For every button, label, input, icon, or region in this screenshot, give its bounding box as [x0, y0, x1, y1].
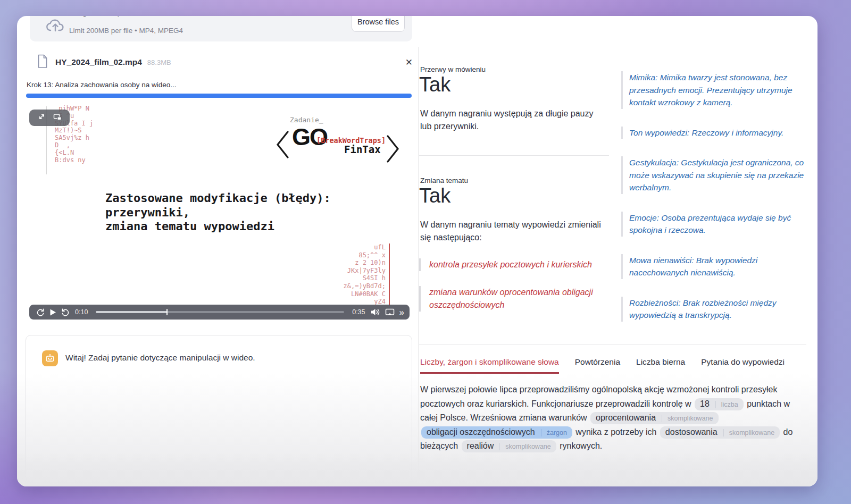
uploaded-file-row: HY_2024_film_02.mp4 88.3MB ✕ [37, 53, 413, 71]
video-overlay-controls[interactable] [29, 110, 70, 126]
observation-quote: Ton wypowiedzi: Rzeczowy i informacyjny. [621, 127, 812, 139]
highlight-word: 18 [700, 399, 710, 408]
headline-line: Zastosowane modyfikacje (błędy): [105, 191, 331, 206]
observation-quote: Mowa nienawiści: Brak wypowiedzi nacecho… [621, 254, 812, 279]
section-divider [419, 155, 609, 156]
noise-line: JKx|7yF3ly [344, 267, 386, 275]
logo-left-bracket-icon [275, 130, 290, 162]
section-description-topic-change: W danym nagraniu tematy wypowiedzi zmien… [420, 219, 603, 244]
video-control-bar: 0:10 0:35 » [29, 305, 410, 320]
highlight-word: obligacji oszczędnościowych [427, 427, 535, 436]
logo-right-bracket-icon [386, 134, 401, 166]
desktop-background: Drag and drop file here Limit 200MB per … [0, 0, 851, 504]
tab-powt-rzenia[interactable]: Powtórzenia [575, 357, 620, 374]
highlight-skomplikowane: dostosowaniaskomplikowane [660, 426, 780, 439]
highlight-category: skomplikowane [499, 443, 550, 450]
file-icon [37, 54, 48, 71]
fullscreen-icon[interactable] [38, 113, 46, 123]
noise-line: ufL [344, 243, 386, 251]
noise-line: S4SI h [344, 274, 386, 282]
section-label-pauses: Przerwy w mówieniu [420, 65, 486, 73]
noise-line: MzT!)~S [55, 127, 93, 135]
highlight-liczba: 18liczba [695, 398, 744, 410]
noise-line: LN#0BAK C [344, 290, 386, 298]
volume-icon[interactable] [370, 308, 380, 316]
progress-bar [26, 94, 412, 98]
cast-screen-icon[interactable] [385, 308, 395, 316]
rewind-15-icon[interactable] [36, 308, 45, 317]
topic-quotes: kontrola przesyłek pocztowych i kuriersk… [419, 258, 616, 326]
app-window: Drag and drop file here Limit 200MB per … [17, 16, 817, 486]
play-icon[interactable] [49, 308, 56, 316]
highlight-word: realiów [467, 441, 494, 450]
highlight-word: dostosowania [665, 427, 717, 436]
topic-quote: zmiana warunków oprocentowania obligacji… [419, 286, 616, 312]
dropzone-limit-text: Limit 200MB per file • MP4, MPEG4 [69, 27, 183, 35]
slide-task-label: Zadanie_ [290, 116, 323, 124]
assistant-avatar [42, 350, 58, 366]
remove-file-icon[interactable]: ✕ [405, 57, 413, 68]
slide-headline: Zastosowane modyfikacje (błędy):przerywn… [105, 191, 331, 234]
noise-line: 85;^^ x [344, 251, 386, 259]
playback-speed-icon[interactable]: » [399, 308, 403, 317]
topic-quote: kontrola przesyłek pocztowych i kuriersk… [419, 258, 616, 271]
section-value-topic-change: Tak [419, 184, 450, 207]
video-progress-played [96, 311, 167, 313]
analysis-tabs: Liczby, żargon i skomplikowane słowaPowt… [420, 357, 785, 374]
headline-line: przerywniki, [105, 206, 331, 220]
chat-welcome-message: Witaj! Zadaj pytanie dotyczące manipulac… [65, 353, 255, 363]
seek-handle[interactable] [166, 309, 168, 315]
transcript-text: W pierwszej połowie lipca przeprowadzili… [420, 383, 802, 453]
current-time: 0:10 [75, 308, 88, 316]
noise-line: z&,=)yBd7d; [344, 282, 386, 290]
chat-panel[interactable]: Witaj! Zadaj pytanie dotyczące manipulac… [26, 335, 412, 483]
observation-quote: Rozbieżności: Brak rozbieżności między w… [621, 297, 812, 322]
logo-fintax-text: FinTax [344, 144, 381, 155]
upload-cloud-icon [45, 18, 66, 36]
tab-pytania-do-wypowiedzi[interactable]: Pytania do wypowiedzi [701, 357, 785, 374]
picture-in-picture-icon[interactable] [53, 113, 62, 123]
column-divider [418, 47, 419, 472]
highlight-category: żargon [541, 429, 567, 436]
duration: 0:35 [352, 308, 365, 316]
observation-quote: Gestykulacja: Gestykulacja jest ogranicz… [621, 156, 812, 194]
tab-liczba-bierna[interactable]: Liczba bierna [636, 357, 685, 374]
noise-line: SA5vj%z h [55, 135, 93, 142]
section-description-pauses: W danym nagraniu występują za długie pau… [420, 107, 599, 133]
highlight-category: liczba [715, 401, 738, 408]
behavior-observations: Mimika: Mimika twarzy jest stonowana, be… [621, 71, 812, 322]
seek-bar[interactable] [96, 311, 344, 313]
section-value-pauses: Tak [419, 73, 450, 96]
section-label-topic-change: Zmiana tematu [420, 177, 468, 184]
video-player: pihW*P N G ^uSYUlfa I jMzT!)~SSA5vj%z hD… [26, 101, 412, 324]
progress-status-text: Krok 13: Analiza zachowania osoby na wid… [27, 81, 176, 89]
noise-line: B:dvs ny [55, 157, 93, 164]
highlight-word: oprocentowania [596, 413, 656, 422]
observation-quote: Mimika: Mimika twarzy jest stonowana, be… [621, 71, 812, 109]
browse-files-button[interactable]: Browse files [352, 16, 405, 32]
file-dropzone[interactable]: Drag and drop file here Limit 200MB per … [30, 16, 412, 41]
file-name: HY_2024_film_02.mp4 [55, 57, 142, 67]
dropzone-hint: Drag and drop file here [69, 16, 154, 17]
file-size: 88.3MB [147, 58, 171, 66]
highlight-skomplikowane: oprocentowaniaskomplikowane [590, 412, 718, 424]
highlight-category: skomplikowane [662, 415, 713, 422]
highlight-skomplikowane: realiówskomplikowane [462, 440, 556, 452]
forward-15-icon[interactable] [61, 308, 70, 317]
tab-liczby-argon-i-skomplikowane-s-owa[interactable]: Liczby, żargon i skomplikowane słowa [420, 357, 559, 374]
noise-line: z 2 10)n [344, 259, 386, 267]
slide-noise-text-bottom: ufL85;^^ xz 2 10)nJKx|7yF3lyS4SI hz&,=)y… [344, 243, 390, 306]
noise-line: D , [55, 142, 93, 149]
highlight-żargon: obligacji oszczędnościowychżargon [421, 426, 572, 439]
headline-line: zmiana tematu wypowiedzi [105, 220, 331, 234]
highlight-category: skomplikowane [723, 429, 774, 436]
noise-line: {<L.N [55, 149, 93, 157]
observation-quote: Emocje: Osoba prezentująca wydaje się by… [621, 212, 812, 237]
tabs-divider [419, 345, 806, 345]
